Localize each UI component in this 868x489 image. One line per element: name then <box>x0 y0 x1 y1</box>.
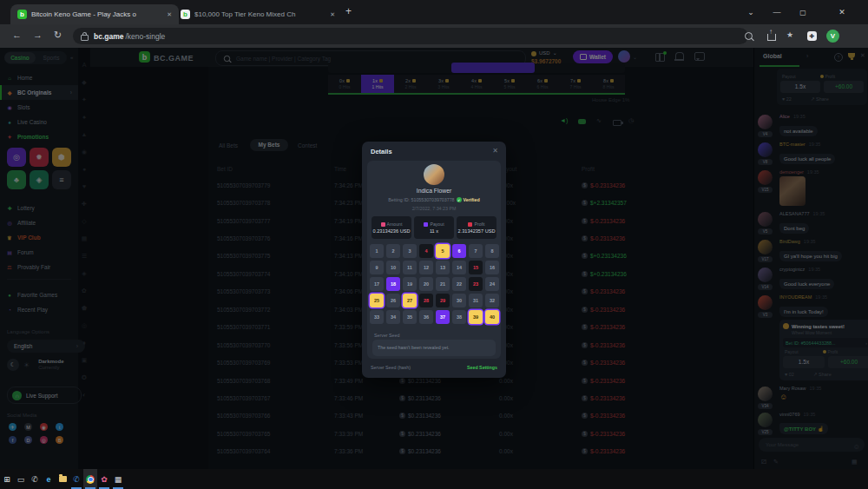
table-row[interactable]: 510553070397037647:33:36 PM$$0.231342360… <box>217 443 748 460</box>
category-icon[interactable]: ▲ <box>82 131 88 138</box>
seed-settings-link[interactable]: Seed Settings <box>467 365 497 370</box>
chat-rules-icon[interactable]: ? <box>834 53 843 62</box>
chat-region-selector[interactable]: Global <box>763 53 782 59</box>
selected-bet-option[interactable] <box>451 63 535 73</box>
table-row[interactable]: 510553070397037667:33:43 PM$$0.231342360… <box>217 407 748 425</box>
category-icon[interactable]: ♥ <box>82 183 86 190</box>
bookmark-star-icon[interactable]: ★ <box>786 30 793 39</box>
wallet-button[interactable]: Wallet <box>573 50 613 63</box>
category-icon[interactable]: ✿ <box>82 287 87 294</box>
tab-close-icon[interactable]: ✕ <box>167 11 172 18</box>
browser-profile-avatar[interactable]: V <box>826 30 839 43</box>
taskbar-your-phone[interactable]: ✆ <box>28 469 42 489</box>
promo-icon[interactable]: ◎ <box>7 148 26 167</box>
sidebar-item-lottery[interactable]: ✚Lottery <box>0 201 78 215</box>
sidebar-item-vip-club[interactable]: ♛VIP Club <box>0 230 78 245</box>
language-selector[interactable]: English › <box>7 340 85 353</box>
discord-icon[interactable]: D <box>24 436 32 444</box>
tab-sports[interactable]: Sports <box>36 52 67 63</box>
taskbar-phone-app[interactable]: ✆ <box>69 469 83 489</box>
share-button[interactable]: ↗ Share <box>811 96 829 102</box>
tab-casino[interactable]: Casino <box>4 52 36 63</box>
table-row[interactable]: 510553070397037677:33:46 PM$$0.231342360… <box>217 389 748 406</box>
volume-icon[interactable]: ◄) <box>560 117 568 123</box>
promo-icon[interactable]: ≡ <box>52 170 71 189</box>
category-icon[interactable]: ◐ <box>82 392 86 399</box>
promo-icon[interactable]: ⬢ <box>52 148 71 167</box>
share-icon[interactable] <box>767 34 776 41</box>
promo-icon[interactable]: ◈ <box>30 170 49 189</box>
url-bar[interactable]: bc.game /keno-single <box>73 28 748 44</box>
chevron-down-icon[interactable]: ⌄ <box>633 54 637 60</box>
share-button[interactable]: ↗ Share <box>813 372 832 377</box>
reload-button[interactable]: ↻ <box>54 30 62 41</box>
taskbar-start[interactable]: ⊞ <box>0 469 14 489</box>
tab-search-icon[interactable]: ⌄ <box>738 0 764 24</box>
sidebar-item-bc-originals[interactable]: ◆BC Originals› <box>0 85 78 100</box>
like-button[interactable]: ♥ 02 <box>785 372 794 377</box>
bell-icon[interactable] <box>675 52 684 59</box>
tab-contest[interactable]: Contest <box>298 142 317 149</box>
category-icon[interactable]: ✪ <box>82 374 87 381</box>
category-icon[interactable]: ✦ <box>82 96 87 103</box>
promo-icon[interactable]: ♣ <box>7 170 26 189</box>
category-icon[interactable]: A <box>82 62 87 69</box>
gif-icon[interactable]: ▦ <box>852 459 858 466</box>
category-icon[interactable]: ☰ <box>82 253 87 260</box>
search-icon[interactable] <box>745 32 753 40</box>
promo-icon[interactable]: ✹ <box>30 148 49 167</box>
chat-input[interactable]: Your Message ☺ <box>759 438 865 452</box>
card-bet-id[interactable]: Bet ID: #50644433288...› <box>783 338 868 347</box>
history-icon[interactable]: ◷ <box>628 117 634 124</box>
medium-icon[interactable]: M <box>24 423 32 431</box>
tab-all-bets[interactable]: All Bets <box>219 142 238 149</box>
category-icon[interactable]: ◇ <box>82 218 86 225</box>
forward-button[interactable]: → <box>33 30 43 40</box>
taskbar-calculator[interactable]: ▦ <box>111 469 125 489</box>
browser-tab-active[interactable]: b Bitcoin Keno Game - Play Jacks o ✕ <box>10 4 179 24</box>
telegram-icon[interactable]: ✈ <box>9 423 16 431</box>
user-avatar[interactable] <box>618 50 630 63</box>
bcgame-logo-text[interactable]: BC.GAME <box>154 54 194 63</box>
taskbar-photos[interactable]: ✿ <box>97 469 111 489</box>
twitter-icon[interactable]: t <box>56 423 63 431</box>
sidebar-item-live-casino[interactable]: ♠Live Casino <box>0 115 78 129</box>
live-support-button[interactable]: ∩ Live Support <box>7 387 82 404</box>
trophy-icon[interactable] <box>848 53 855 58</box>
sidebar-item-recent-play[interactable]: ◔Recent Play <box>0 302 78 317</box>
close-button[interactable]: ✕ <box>829 0 855 24</box>
bcgame-logo-icon[interactable]: b <box>139 51 150 63</box>
sidebar-item-affiliate[interactable]: ◎Affiliate <box>0 215 78 230</box>
reddit-icon[interactable]: ◉ <box>40 423 48 431</box>
taskbar-task-view[interactable]: ▭ <box>14 469 28 489</box>
back-button[interactable]: ← <box>12 30 22 40</box>
taskbar-file-explorer[interactable] <box>56 469 69 489</box>
category-icon[interactable]: ◈ <box>82 270 86 277</box>
sidebar-item-forum[interactable]: ▤Forum <box>0 245 78 260</box>
sidebar-collapse-icon[interactable]: « <box>70 55 73 60</box>
seed-icon[interactable] <box>578 119 586 124</box>
sidebar-item-slots[interactable]: ◉Slots <box>0 100 78 115</box>
minimize-button[interactable]: — <box>764 0 790 24</box>
gift-icon[interactable] <box>655 53 665 62</box>
bitcointalk-icon[interactable]: B <box>56 436 63 444</box>
category-icon[interactable]: ✚ <box>82 201 87 208</box>
sidebar-item-home[interactable]: ⌂Home <box>0 70 78 85</box>
extensions-icon[interactable]: ✚ <box>807 31 817 41</box>
new-tab-button[interactable]: + <box>345 5 352 17</box>
edit-icon[interactable]: ✎ <box>773 459 779 466</box>
category-icon[interactable]: ♠ <box>82 114 86 121</box>
darkmode-toggle[interactable]: ☾ ☀ Darkmode Currently <box>7 359 64 371</box>
category-icon[interactable]: ♦ <box>82 340 86 347</box>
modal-close-icon[interactable]: ✕ <box>492 147 498 155</box>
bet-share-card[interactable]: Winning tastes sweet!Wheel Wow MomentBet… <box>779 320 868 380</box>
instagram-icon[interactable]: ◎ <box>40 436 48 444</box>
browser-tab-inactive[interactable]: b $10,000 Top Tier Keno Mixed Ch ✕ <box>174 4 342 24</box>
chat-image[interactable] <box>779 176 806 206</box>
facebook-icon[interactable]: f <box>9 436 16 444</box>
category-icon[interactable]: ◆ <box>82 79 86 86</box>
dice-icon[interactable]: ⚂ <box>761 459 766 466</box>
maximize-button[interactable]: ▢ <box>790 0 816 24</box>
table-row[interactable]: 510553070397037657:33:39 PM$$0.231342360… <box>217 425 748 442</box>
chat-bubble-icon[interactable] <box>694 52 705 61</box>
